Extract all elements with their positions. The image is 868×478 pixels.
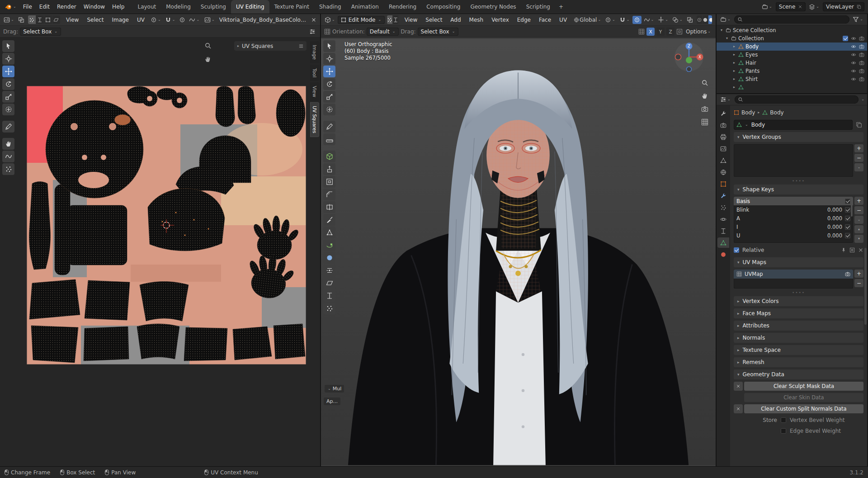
menu-help[interactable]: Help — [108, 0, 128, 14]
breadcrumb-data[interactable]: Body — [770, 109, 783, 116]
eye-icon[interactable] — [851, 36, 856, 41]
tool-loop-cut[interactable] — [323, 201, 335, 213]
edge-mode-button[interactable] — [393, 15, 398, 24]
resize-grip[interactable]: •••• — [734, 179, 863, 182]
eye-icon[interactable] — [851, 44, 856, 49]
edge-bevel-weight-checkbox[interactable] — [781, 428, 786, 434]
camera-icon[interactable] — [859, 36, 864, 41]
snap-face-icon[interactable] — [676, 28, 683, 35]
menu-render[interactable]: Render — [53, 0, 80, 14]
unlink-scene-icon[interactable] — [798, 5, 802, 9]
camera-icon[interactable] — [859, 68, 864, 74]
edit-mode-shape-icon[interactable] — [849, 247, 855, 253]
clear-mask-x-button[interactable] — [734, 382, 743, 391]
orientation-dropdown[interactable]: Global⌄ — [572, 16, 603, 24]
tool-annotate[interactable] — [2, 121, 14, 133]
eye-icon[interactable] — [851, 76, 856, 82]
blender-menu-button[interactable]: ⌄ — [2, 0, 19, 14]
tool-options-icon[interactable] — [324, 28, 330, 35]
breadcrumb-object[interactable]: Body — [741, 109, 755, 116]
section-face-maps[interactable]: ▸ Face Maps — [734, 308, 863, 318]
new-viewlayer-icon[interactable] — [857, 5, 861, 9]
uv-select-edge-button[interactable] — [36, 15, 44, 24]
tool-bevel[interactable] — [323, 189, 335, 200]
vp-falloff-button[interactable]: ⌄ — [642, 16, 656, 24]
menu-edit[interactable]: Edit — [36, 0, 53, 14]
outliner-row-collection[interactable]: ▾ Collection — [717, 34, 867, 43]
tab-output[interactable] — [717, 132, 729, 142]
uv-menu-view[interactable]: View — [62, 17, 82, 23]
uv-menu-uv[interactable]: UV — [133, 17, 148, 23]
menu-file[interactable]: File — [19, 0, 36, 14]
ortho-toggle-icon[interactable] — [701, 118, 708, 126]
camera-icon[interactable] — [859, 60, 864, 66]
section-vertex-groups[interactable]: ▾ Vertex Groups — [734, 132, 863, 142]
sidebar-tab-tool[interactable]: Tool — [310, 65, 319, 81]
clear-shape-icon[interactable] — [858, 247, 863, 253]
shape-key-row-a[interactable]: A 0.000 — [734, 214, 853, 222]
add-uv-map-button[interactable]: + — [854, 270, 863, 278]
relative-checkbox[interactable] — [734, 247, 739, 253]
eye-icon[interactable] — [851, 52, 856, 57]
viewport-editor-type-button[interactable]: ⌄ — [323, 16, 337, 24]
camera-icon[interactable] — [859, 76, 864, 82]
move-shape-key-up-button[interactable]: ▴ — [854, 225, 863, 233]
tool-edge-slide[interactable] — [323, 265, 335, 276]
scene-browse-button[interactable]: ⌄ — [760, 3, 774, 11]
workspace-tab-shading[interactable]: Shading — [314, 0, 346, 14]
shape-key-mute-checkbox[interactable] — [845, 224, 850, 230]
tab-object[interactable] — [717, 179, 729, 189]
panel-menu-icon[interactable] — [298, 43, 304, 49]
tab-material[interactable] — [717, 249, 729, 260]
vp-proportional-toggle[interactable] — [632, 16, 642, 24]
orientation-value-dropdown[interactable]: Default⌄ — [367, 28, 399, 36]
section-attributes[interactable]: ▸ Attributes — [734, 321, 863, 331]
section-normals[interactable]: ▸ Normals — [734, 333, 863, 343]
tool-add-cube[interactable] — [323, 151, 335, 162]
mirror-x-toggle[interactable]: X — [646, 28, 655, 36]
vp-menu-view[interactable]: View — [401, 17, 421, 23]
outliner-row-pants[interactable]: ▸ Pants — [717, 67, 867, 75]
tab-object-data[interactable] — [717, 237, 729, 248]
tab-render[interactable] — [717, 120, 729, 130]
section-remesh[interactable]: ▸ Remesh — [734, 357, 863, 367]
tool-cursor[interactable] — [323, 53, 335, 65]
vp-menu-add[interactable]: Add — [447, 17, 464, 23]
add-vertex-group-button[interactable]: + — [854, 144, 863, 152]
collection-checkbox[interactable] — [843, 36, 848, 41]
shape-key-row-i[interactable]: I 0.000 — [734, 222, 853, 231]
workspace-tab-scripting[interactable]: Scripting — [521, 0, 555, 14]
shape-key-mute-checkbox[interactable] — [845, 233, 850, 238]
zoom-icon[interactable] — [701, 79, 708, 86]
shape-key-row-u[interactable]: U 0.000 — [734, 231, 853, 240]
outliner-editor-type-button[interactable]: ⌄ — [719, 15, 732, 24]
tool-select-box[interactable] — [2, 40, 14, 52]
workspace-tab-animation[interactable]: Animation — [346, 0, 384, 14]
outliner-row-shirt[interactable]: ▸ Shirt — [717, 75, 867, 83]
vp-pivot-button[interactable]: ⌄ — [604, 16, 617, 24]
vp-menu-face[interactable]: Face — [535, 17, 555, 23]
sidebar-tab-uv-squares[interactable]: UV Squares — [310, 102, 319, 137]
camera-icon[interactable] — [859, 44, 864, 49]
tool-select-box[interactable] — [323, 40, 335, 52]
tab-particles[interactable] — [717, 202, 729, 213]
clear-normals-x-button[interactable] — [734, 404, 743, 413]
vp-snap-toggle[interactable]: ⌄ — [618, 16, 632, 24]
tab-constraints[interactable] — [717, 226, 729, 236]
options-dropdown[interactable]: Options⌄ — [684, 28, 712, 36]
overlays-button[interactable]: ⌄ — [671, 16, 684, 24]
uv-proportional-toggle[interactable] — [178, 16, 187, 24]
clear-sculpt-mask-button[interactable]: Clear Sculpt Mask Data — [744, 382, 863, 391]
tool-rotate[interactable] — [323, 78, 335, 90]
mirror-z-toggle[interactable]: Z — [666, 28, 675, 36]
move-shape-key-down-button[interactable]: ▾ — [854, 235, 863, 243]
camera-icon[interactable] — [859, 52, 864, 57]
list-scrollbar[interactable] — [851, 199, 853, 217]
outliner-filter-button[interactable]: ⌄ — [851, 15, 865, 24]
tool-smooth[interactable] — [323, 252, 335, 264]
tool-measure[interactable] — [323, 133, 335, 145]
uv-snap-toggle[interactable]: ⌄ — [164, 16, 177, 24]
eye-icon[interactable] — [851, 68, 856, 74]
outliner-row-clipped[interactable]: ▸ — [717, 83, 867, 91]
vp-menu-mesh[interactable]: Mesh — [466, 17, 487, 23]
